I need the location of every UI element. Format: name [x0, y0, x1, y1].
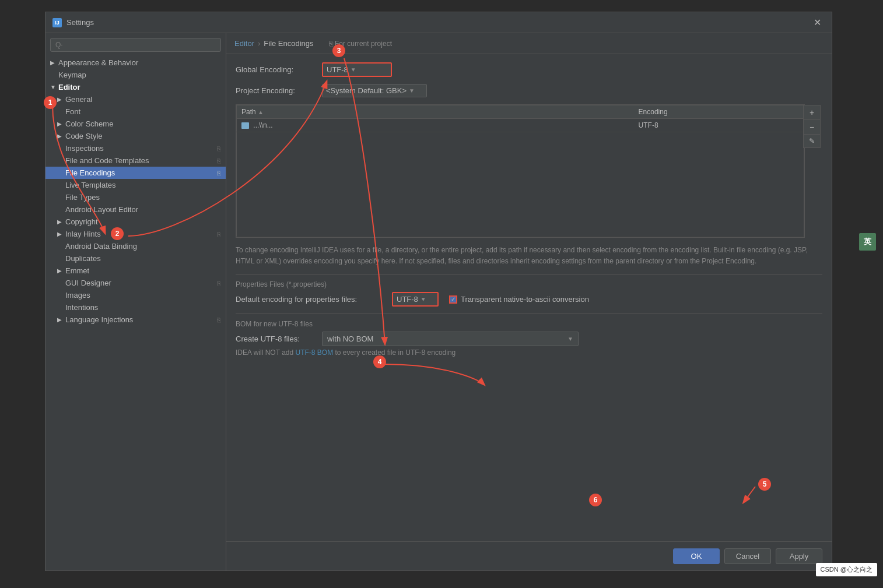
breadcrumb-current: File Encodings — [264, 39, 313, 48]
sidebar-item-android-layout-editor[interactable]: Android Layout Editor — [45, 203, 226, 216]
expand-arrow-editor: ▼ — [50, 84, 58, 90]
sidebar-item-emmet[interactable]: ▶ Emmet — [45, 265, 226, 277]
sidebar: ▶ Appearance & Behavior Keymap ▼ Editor … — [45, 33, 226, 571]
sidebar-item-code-style[interactable]: ▶ Code Style — [45, 130, 226, 142]
table-row[interactable]: ...\\n... UTF-8 — [237, 119, 804, 132]
copy-icon-gui-designer: ⎘ — [217, 280, 221, 287]
expand-arrow-emmet: ▶ — [57, 267, 65, 274]
copy-icon-file-code-templates: ⎘ — [217, 157, 221, 164]
dialog-title: Settings — [66, 18, 94, 27]
edit-encoding-button[interactable]: ✎ — [804, 135, 820, 147]
bom-create-label: Create UTF-8 files: — [236, 335, 317, 343]
expand-arrow-copyright: ▶ — [57, 219, 65, 225]
bom-dropdown-arrow: ▼ — [567, 336, 573, 342]
bom-value: with NO BOM — [327, 335, 373, 343]
sidebar-item-label: Intentions — [65, 303, 98, 312]
sidebar-item-label: File Encodings — [65, 168, 115, 177]
sidebar-item-keymap[interactable]: Keymap — [45, 69, 226, 81]
project-encoding-value: <System Default: GBK> — [326, 86, 407, 95]
breadcrumb-separator: › — [258, 39, 260, 48]
ok-button[interactable]: OK — [673, 548, 720, 564]
col-path: Path ▲ — [237, 105, 634, 119]
breadcrumb-parent[interactable]: Editor — [234, 39, 254, 48]
annotation-5: 5 — [758, 478, 771, 491]
col-encoding: Encoding — [634, 105, 804, 119]
sidebar-item-inlay-hints[interactable]: ▶ Inlay Hints ⎘ — [45, 228, 226, 240]
info-text: To change encoding IntelliJ IDEA uses fo… — [236, 245, 822, 267]
sidebar-item-inspections[interactable]: Inspections ⎘ — [45, 142, 226, 154]
bom-section: BOM for new UTF-8 files Create UTF-8 fil… — [236, 314, 822, 359]
copy-icon-inlay-hints: ⎘ — [217, 231, 221, 238]
sidebar-item-color-scheme[interactable]: ▶ Color Scheme — [45, 118, 226, 130]
sidebar-item-label: Emmet — [65, 266, 89, 275]
sidebar-item-label: Color Scheme — [65, 119, 113, 128]
copy-icon-inspections: ⎘ — [217, 145, 221, 152]
content-panel: Editor › File Encodings ⎘ For current pr… — [226, 33, 832, 571]
remove-encoding-button[interactable]: − — [804, 120, 820, 135]
table-cell-path: ...\\n... — [237, 119, 634, 132]
transparent-conversion-checkbox[interactable]: ✓ — [449, 295, 457, 304]
project-encoding-dropdown[interactable]: <System Default: GBK> ▼ — [322, 84, 427, 97]
sidebar-item-copyright[interactable]: ▶ Copyright — [45, 216, 226, 228]
global-encoding-arrow: ▼ — [351, 66, 356, 73]
sidebar-item-live-templates[interactable]: Live Templates — [45, 179, 226, 191]
sidebar-item-android-data-binding[interactable]: Android Data Binding — [45, 240, 226, 252]
expand-arrow-appearance: ▶ — [50, 59, 58, 66]
properties-encoding-value: UTF-8 — [397, 295, 418, 304]
app-icon: IJ — [52, 18, 62, 27]
apply-button[interactable]: Apply — [776, 548, 822, 564]
sidebar-item-label: File and Code Templates — [65, 156, 149, 165]
expand-arrow-general: ▶ — [57, 96, 65, 103]
properties-encoding-label: Default encoding for properties files: — [236, 295, 387, 304]
encoding-table-wrapper: Path ▲ Encoding — [236, 104, 805, 238]
cancel-button[interactable]: Cancel — [724, 548, 771, 564]
bom-info-link[interactable]: UTF-8 BOM — [295, 348, 333, 357]
sidebar-item-font[interactable]: Font — [45, 105, 226, 118]
bom-create-row: Create UTF-8 files: with NO BOM ▼ — [236, 332, 822, 346]
bom-info: IDEA will NOT add UTF-8 BOM to every cre… — [236, 346, 822, 359]
title-bar: IJ Settings ✕ — [45, 12, 832, 33]
sidebar-item-label: Font — [65, 107, 80, 116]
properties-section: Properties Files (*.properties) Default … — [236, 274, 822, 307]
expand-arrow-color-scheme: ▶ — [57, 121, 65, 127]
sidebar-item-intentions[interactable]: Intentions — [45, 301, 226, 314]
sort-arrow-path: ▲ — [258, 109, 264, 115]
sidebar-item-file-types[interactable]: File Types — [45, 191, 226, 203]
copy-icon-file-encodings: ⎘ — [217, 170, 221, 177]
sidebar-item-images[interactable]: Images — [45, 289, 226, 301]
sidebar-item-label: Inlay Hints — [65, 230, 101, 238]
sidebar-item-editor[interactable]: ▼ Editor — [45, 81, 226, 93]
sidebar-item-label: Editor — [58, 83, 80, 91]
sidebar-item-appearance[interactable]: ▶ Appearance & Behavior — [45, 57, 226, 69]
annotation-1: 1 — [44, 96, 57, 109]
sidebar-item-label: Inspections — [65, 144, 104, 153]
bom-dropdown[interactable]: with NO BOM ▼ — [322, 332, 579, 346]
sidebar-item-gui-designer[interactable]: GUI Designer ⎘ — [45, 277, 226, 289]
project-encoding-row: Project Encoding: <System Default: GBK> … — [236, 84, 822, 97]
sidebar-item-file-code-templates[interactable]: File and Code Templates ⎘ — [45, 154, 226, 167]
search-input[interactable] — [50, 38, 221, 52]
sidebar-item-language-injections[interactable]: ▶ Language Injections ⎘ — [45, 314, 226, 326]
copy-icon-language-injections: ⎘ — [217, 316, 221, 323]
language-indicator: 英 — [859, 233, 876, 251]
global-encoding-value: UTF-8 — [327, 65, 348, 74]
bom-info-suffix: to every created file in UTF-8 encoding — [333, 348, 455, 357]
sidebar-item-label: GUI Designer — [65, 279, 111, 287]
project-encoding-arrow: ▼ — [409, 87, 415, 94]
sidebar-item-label: Copyright — [65, 217, 98, 226]
project-encoding-label: Project Encoding: — [236, 86, 317, 95]
bom-info-prefix: IDEA will NOT add — [236, 348, 295, 357]
sidebar-item-label: Live Templates — [65, 181, 115, 189]
properties-encoding-dropdown[interactable]: UTF-8 ▼ — [392, 292, 439, 307]
expand-arrow-code-style: ▶ — [57, 133, 65, 139]
close-button[interactable]: ✕ — [810, 16, 825, 29]
sidebar-item-file-encodings[interactable]: File Encodings ⎘ — [45, 167, 226, 179]
transparent-conversion-row: ✓ Transparent native-to-ascii conversion — [449, 295, 589, 304]
sidebar-item-duplicates[interactable]: Duplicates — [45, 252, 226, 265]
global-encoding-dropdown[interactable]: UTF-8 ▼ — [322, 62, 392, 77]
sidebar-item-general[interactable]: ▶ General — [45, 93, 226, 105]
sidebar-item-label: Code Style — [65, 132, 103, 140]
properties-encoding-arrow: ▼ — [421, 296, 426, 302]
encoding-table: Path ▲ Encoding — [236, 105, 804, 237]
add-encoding-button[interactable]: + — [804, 105, 820, 120]
